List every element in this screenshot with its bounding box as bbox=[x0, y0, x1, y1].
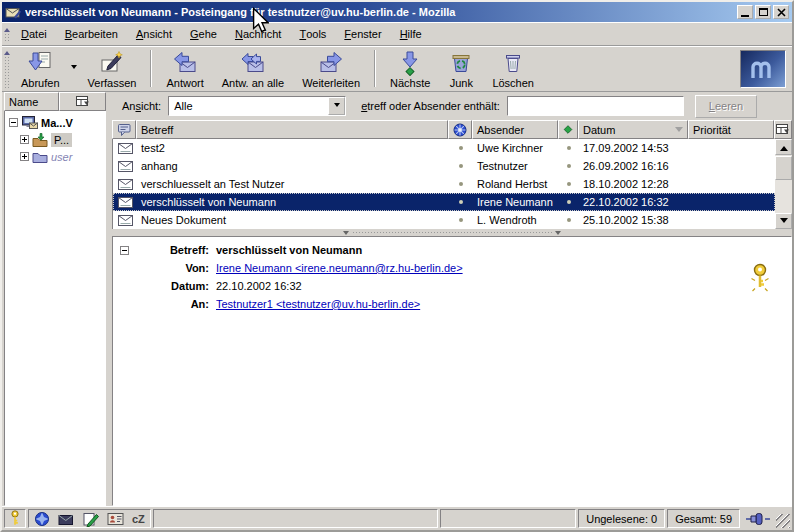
toolbar-button-label: Weiterleiten bbox=[302, 77, 360, 89]
close-button[interactable] bbox=[773, 5, 789, 19]
window-resize-grip[interactable] bbox=[776, 514, 790, 528]
header-collapse-button[interactable] bbox=[120, 246, 129, 255]
view-select-value: Alle bbox=[174, 100, 192, 112]
message-icon bbox=[118, 143, 133, 154]
folder-name-column-header[interactable]: Name bbox=[4, 92, 59, 111]
security-indicator[interactable] bbox=[4, 509, 26, 528]
unread-column-header[interactable] bbox=[448, 120, 472, 139]
forward-button[interactable]: Weiterleiten bbox=[293, 46, 369, 91]
date-label: Datum: bbox=[145, 280, 209, 292]
sort-descending-icon bbox=[675, 127, 683, 136]
menu-label: earbeiten bbox=[72, 28, 118, 40]
date-column-header[interactable]: Datum bbox=[578, 120, 688, 139]
mozilla-logo[interactable] bbox=[740, 50, 786, 88]
flag-indicator-dot[interactable] bbox=[567, 218, 571, 222]
menu-label: achricht bbox=[243, 28, 282, 40]
toolbar-button-label: Antw. an alle bbox=[222, 77, 284, 89]
folder-item-inbox[interactable]: P... bbox=[5, 131, 105, 148]
online-indicator[interactable] bbox=[742, 509, 774, 528]
reply-button[interactable]: Antwort bbox=[157, 46, 212, 91]
thread-column-picker-button[interactable] bbox=[774, 120, 792, 139]
encryption-key-button[interactable] bbox=[749, 263, 771, 297]
expander-minus-icon[interactable] bbox=[9, 118, 18, 127]
maximize-icon bbox=[759, 8, 768, 16]
addressbook-component-icon[interactable] bbox=[107, 512, 124, 526]
menu-tools[interactable]: Tools bbox=[290, 23, 335, 45]
composer-component-icon[interactable] bbox=[82, 511, 99, 527]
sender-column-header[interactable]: Absender bbox=[472, 120, 558, 139]
chevron-down-icon bbox=[334, 103, 340, 110]
priority-column-header[interactable]: Priorität bbox=[688, 120, 774, 139]
scroll-up-button[interactable] bbox=[775, 139, 792, 155]
folder-item-label: P... bbox=[51, 133, 72, 147]
compose-icon bbox=[99, 50, 125, 76]
subject-column-header[interactable]: Betreff bbox=[136, 120, 448, 139]
thread-list-scrollbar[interactable] bbox=[775, 139, 792, 229]
menu-bearbeiten[interactable]: Bearbeiten bbox=[56, 23, 127, 45]
thread-message-splitter[interactable] bbox=[112, 229, 792, 236]
thread-column-header[interactable] bbox=[112, 120, 136, 139]
view-select-dropdown-button[interactable] bbox=[328, 97, 345, 115]
menu-ansicht[interactable]: Ansicht bbox=[127, 23, 181, 45]
message-subject: verschlüsselt von Neumann bbox=[137, 196, 449, 208]
reply-all-button[interactable]: Antw. an alle bbox=[213, 46, 293, 91]
scroll-down-button[interactable] bbox=[775, 213, 792, 229]
expander-plus-icon[interactable] bbox=[20, 152, 29, 161]
folder-column-picker-button[interactable] bbox=[59, 92, 106, 111]
next-icon bbox=[397, 50, 423, 76]
read-indicator-dot[interactable] bbox=[459, 182, 463, 186]
get-mail-button[interactable]: Abrufen bbox=[12, 47, 69, 91]
compose-button[interactable]: Verfassen bbox=[79, 46, 146, 91]
to-value-link[interactable]: Testnutzer1 <testnutzer@uv.hu-berlin.de> bbox=[216, 298, 463, 310]
message-row[interactable]: verschluesselt an Test Nutzer Roland Her… bbox=[113, 175, 775, 193]
menu-label: A bbox=[136, 28, 143, 40]
toolbar-grippy[interactable] bbox=[2, 46, 12, 91]
thread-list-header: Betreff Absender Datum Priorität bbox=[112, 120, 792, 139]
delete-button[interactable]: Löschen bbox=[483, 46, 543, 91]
flag-column-header[interactable] bbox=[558, 120, 578, 139]
menu-hilfe[interactable]: Hilfe bbox=[391, 23, 431, 45]
menu-fenster[interactable]: Fenster bbox=[335, 23, 390, 45]
column-picker-icon bbox=[76, 96, 90, 108]
message-row[interactable]: anhang Testnutzer 26.09.2002 16:16 bbox=[113, 157, 775, 175]
message-row[interactable]: Neues Dokument L. Wendroth 25.10.2002 15… bbox=[113, 211, 775, 229]
menu-label: enster bbox=[351, 28, 382, 40]
encryption-key-icon bbox=[749, 263, 771, 295]
read-indicator-dot[interactable] bbox=[459, 218, 463, 222]
search-input[interactable] bbox=[507, 96, 684, 116]
next-button[interactable]: Nächste bbox=[381, 46, 439, 91]
flag-indicator-dot[interactable] bbox=[567, 200, 571, 204]
view-select[interactable]: Alle bbox=[168, 96, 346, 116]
junk-button[interactable]: Junk bbox=[439, 46, 483, 91]
toolbar-separator bbox=[374, 50, 376, 87]
navigator-icon[interactable] bbox=[34, 511, 50, 527]
scrollbar-thumb[interactable] bbox=[775, 156, 792, 180]
flag-indicator-dot[interactable] bbox=[567, 146, 571, 150]
minimize-button[interactable] bbox=[737, 5, 753, 19]
message-headers: Betreff: verschlüsselt von Neumann Von: … bbox=[145, 244, 463, 310]
menu-gehe[interactable]: Gehe bbox=[181, 23, 226, 45]
clear-button[interactable]: Leeren bbox=[695, 95, 757, 118]
get-mail-dropdown-icon[interactable] bbox=[71, 65, 77, 72]
flag-indicator-dot[interactable] bbox=[567, 164, 571, 168]
from-value-link[interactable]: Irene Neumann <irene.neumann@rz.hu-berli… bbox=[216, 262, 463, 274]
filter-bar: Ansicht: Alle etreff oder Absender enthä… bbox=[112, 92, 792, 120]
menu-nachricht[interactable]: Nachricht bbox=[226, 23, 290, 45]
read-indicator-dot[interactable] bbox=[459, 200, 463, 204]
expander-plus-icon[interactable] bbox=[20, 135, 29, 144]
menu-datei[interactable]: Datei bbox=[12, 23, 56, 45]
flag-indicator-dot[interactable] bbox=[567, 182, 571, 186]
folder-pane: Name bbox=[2, 92, 106, 506]
titlebar[interactable]: verschlüsselt von Neumann - Posteingang … bbox=[2, 2, 792, 22]
chatzilla-component-icon[interactable]: cZ bbox=[132, 513, 145, 525]
menubar-grippy[interactable] bbox=[2, 23, 12, 45]
mail-component-icon[interactable] bbox=[58, 512, 74, 526]
message-row[interactable]: test2 Uwe Kirchner 17.09.2002 14:53 bbox=[113, 139, 775, 157]
unread-column-icon bbox=[453, 123, 467, 137]
read-indicator-dot[interactable] bbox=[459, 164, 463, 168]
maximize-button[interactable] bbox=[755, 5, 771, 19]
folder-item-user[interactable]: user bbox=[5, 148, 105, 165]
message-row-selected[interactable]: verschlüsselt von Neumann Irene Neumann … bbox=[113, 193, 775, 211]
folder-item-account[interactable]: Ma...V bbox=[5, 114, 105, 131]
read-indicator-dot[interactable] bbox=[459, 146, 463, 150]
